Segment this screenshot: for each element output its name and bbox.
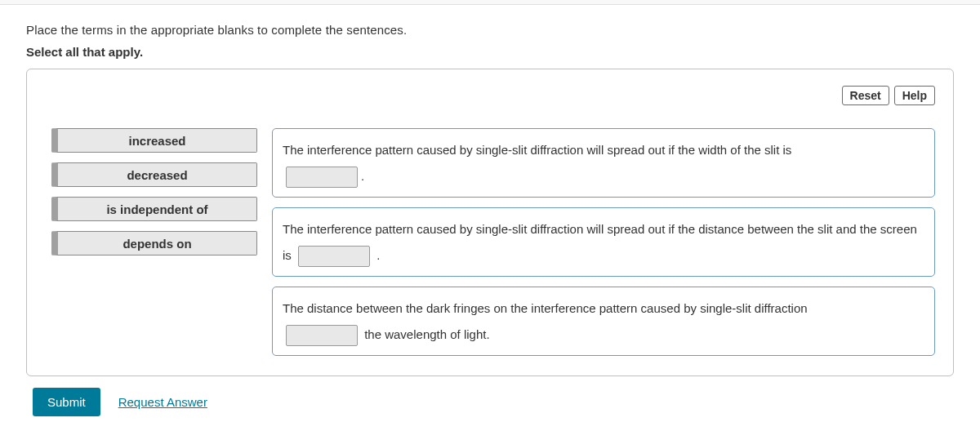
sentence-2: The interference pattern caused by singl… <box>272 207 935 277</box>
term-increased[interactable]: increased <box>51 128 257 153</box>
blank-3[interactable] <box>286 325 358 346</box>
blank-1[interactable] <box>286 167 358 188</box>
sentence-3: The distance between the dark fringes on… <box>272 287 935 356</box>
sentence-1: The interference pattern caused by singl… <box>272 128 935 198</box>
sentence-2-text-2: . <box>373 248 380 262</box>
work-area: increased decreased is independent of de… <box>45 128 935 356</box>
sentences-column: The interference pattern caused by singl… <box>272 128 935 356</box>
terms-column: increased decreased is independent of de… <box>45 128 257 255</box>
sentence-3-text-1: The distance between the dark fringes on… <box>283 301 808 315</box>
activity-panel: Reset Help increased decreased is indepe… <box>26 69 954 376</box>
footer-bar: Submit Request Answer <box>0 376 980 416</box>
content-area: Place the terms in the appropriate blank… <box>0 5 980 376</box>
blank-2[interactable] <box>298 246 370 267</box>
instruction-line-1: Place the terms in the appropriate blank… <box>26 23 954 37</box>
term-depends-on[interactable]: depends on <box>51 231 257 255</box>
sentence-1-text-1: The interference pattern caused by singl… <box>283 143 791 157</box>
reset-button[interactable]: Reset <box>842 86 889 105</box>
term-decreased[interactable]: decreased <box>51 162 257 187</box>
request-answer-link[interactable]: Request Answer <box>118 395 207 409</box>
submit-button[interactable]: Submit <box>33 388 100 416</box>
panel-controls: Reset Help <box>45 86 935 105</box>
term-is-independent-of[interactable]: is independent of <box>51 197 257 221</box>
help-button[interactable]: Help <box>894 86 935 105</box>
instruction-line-2: Select all that apply. <box>26 45 954 59</box>
sentence-3-text-2: the wavelength of light. <box>361 327 490 341</box>
sentence-1-text-2: . <box>361 169 364 183</box>
